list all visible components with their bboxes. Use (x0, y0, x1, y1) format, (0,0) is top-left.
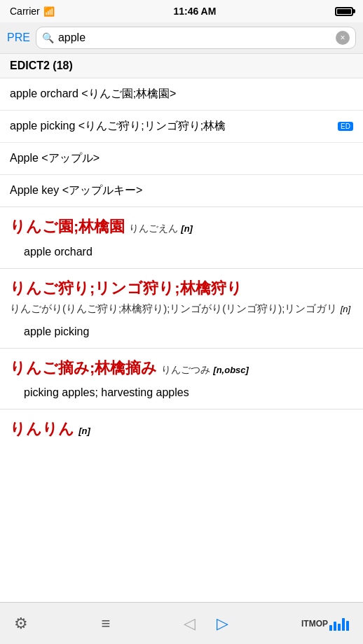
bar4 (342, 618, 345, 631)
bar3 (338, 624, 341, 631)
result-kanji-4-partial: りんりん [n] (10, 419, 353, 440)
result-entry-3[interactable]: りんご摘み;林檎摘み りんごつみ [n,obsc] picking apples… (0, 349, 363, 410)
result-entry-1[interactable]: りんご園;林檎園 りんごえん [n] apple orchard (0, 207, 363, 269)
dict-header: EDICT2 (18) (0, 54, 363, 78)
result-tag-1: [n] (181, 223, 193, 234)
ed-badge: ED (338, 122, 353, 131)
result-definition-2: apple picking (10, 320, 353, 348)
result-reading-long-2: りんごがり(りんご狩り;林檎狩り);リンゴがり(リンゴ狩り);リンゴガリ [n] (10, 301, 353, 320)
itmop-label: ITMOP (301, 619, 328, 629)
clear-button[interactable]: × (336, 31, 350, 45)
result-kanji-1: りんご園;林檎園 りんごえん [n] (10, 217, 353, 237)
suggestion-text: Apple <アップル> (10, 151, 353, 166)
suggestion-item[interactable]: Apple <アップル> (0, 143, 363, 175)
suggestion-item[interactable]: Apple key <アップルキー> (0, 175, 363, 206)
battery-area (335, 7, 353, 16)
time-label: 11:46 AM (173, 6, 216, 17)
results-list: りんご園;林檎園 りんごえん [n] apple orchard りんご狩り;リ… (0, 207, 363, 498)
result-reading-1: りんごえん (129, 223, 181, 234)
gear-button[interactable]: ⚙ (14, 615, 28, 633)
result-entry-4-partial[interactable]: りんりん [n] (0, 410, 363, 440)
status-bar: Carrier 📶 11:46 AM (0, 0, 363, 22)
result-reading-3: りんごつみ (161, 364, 213, 375)
next-button[interactable]: ▷ (217, 615, 228, 633)
result-definition-3: picking apples; harvesting apples (10, 381, 353, 409)
bottom-toolbar: ⚙ ≡ ◁ ▷ ITMOP (0, 602, 363, 644)
battery-icon (335, 7, 353, 16)
pre-button[interactable]: PRE (7, 31, 30, 44)
prev-button[interactable]: ◁ (184, 615, 196, 633)
search-icon: 🔍 (42, 32, 54, 43)
search-input[interactable] (58, 31, 331, 44)
itmop-bars-icon (329, 617, 349, 631)
suggestion-text: apple picking <りんご狩り;リンゴ狩り;林檎 (10, 119, 311, 134)
wifi-icon: 📶 (43, 6, 55, 17)
result-definition-1: apple orchard (10, 240, 353, 268)
search-bar: PRE 🔍 × (0, 22, 363, 54)
suggestion-text: Apple key <アップルキー> (10, 183, 353, 198)
list-button[interactable]: ≡ (101, 615, 110, 633)
result-tag-3: [n,obsc] (213, 365, 249, 375)
nav-buttons: ◁ ▷ (184, 615, 228, 633)
result-kanji-3: りんご摘み;林檎摘み りんごつみ [n,obsc] (10, 358, 353, 379)
bar5 (346, 621, 349, 631)
result-tag-4: [n] (78, 426, 90, 436)
bar2 (334, 622, 336, 631)
carrier-label: Carrier (10, 6, 40, 17)
result-entry-2[interactable]: りんご狩り;リンゴ狩り;林檎狩り りんごがり(りんご狩り;林檎狩り);リンゴがり… (0, 269, 363, 349)
suggestion-text: apple orchard <りんご園;林檎園> (10, 87, 353, 102)
search-input-wrap: 🔍 × (36, 27, 356, 49)
itmop-logo: ITMOP (301, 617, 349, 631)
bar1 (329, 625, 332, 631)
suggestion-item[interactable]: apple orchard <りんご園;林檎園> (0, 78, 363, 111)
result-kanji-2: りんご狩り;リンゴ狩り;林檎狩り (10, 279, 353, 299)
suggestion-list: apple orchard <りんご園;林檎園> apple picking <… (0, 78, 363, 207)
suggestion-item[interactable]: apple picking <りんご狩り;リンゴ狩り;林檎 ED (0, 111, 363, 143)
dict-header-label: EDICT2 (18) (10, 59, 73, 71)
